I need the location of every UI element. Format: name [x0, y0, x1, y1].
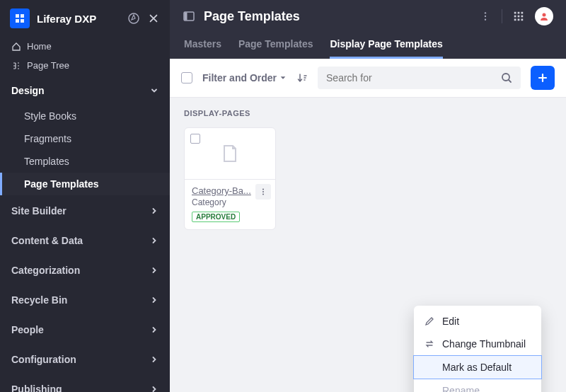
- menu-item-change-thumbnail[interactable]: Change Thumbnail: [414, 333, 541, 355]
- svg-point-3: [485, 12, 486, 13]
- menu-item-label: Rename: [442, 385, 480, 392]
- chevron-down-icon: [150, 86, 158, 95]
- svg-rect-11: [521, 16, 524, 18]
- content-area: DISPLAY-PAGES Category-Ba... Category AP…: [170, 98, 566, 241]
- select-all-checkbox[interactable]: [181, 72, 192, 83]
- sidebar-section-site-builder[interactable]: Site Builder: [0, 195, 170, 225]
- compass-icon[interactable]: [127, 12, 140, 25]
- sidebar-section-publishing[interactable]: Publishing: [0, 374, 170, 392]
- svg-rect-6: [514, 12, 516, 14]
- brand-name: Liferay DXP: [37, 13, 120, 25]
- toolbar: Filter and Order: [170, 59, 566, 98]
- svg-point-18: [262, 191, 264, 192]
- page-title: Page Templates: [204, 9, 470, 24]
- tab-label: Masters: [184, 38, 221, 50]
- menu-item-label: Change Thumbnail: [442, 338, 526, 350]
- svg-rect-14: [521, 19, 524, 21]
- card-thumbnail[interactable]: [185, 128, 275, 179]
- svg-point-19: [262, 193, 264, 195]
- tab-page-templates[interactable]: Page Templates: [238, 33, 313, 59]
- svg-rect-13: [518, 19, 520, 21]
- chevron-right-icon: [150, 207, 158, 215]
- item-label: Page Templates: [24, 178, 99, 190]
- template-card: Category-Ba... Category APPROVED: [184, 127, 276, 230]
- section-label: People: [11, 324, 44, 335]
- kebab-icon: [259, 188, 267, 196]
- chevron-right-icon: [150, 385, 158, 392]
- search-field[interactable]: [318, 67, 521, 89]
- section-label: Content & Data: [11, 235, 83, 246]
- section-label: Design: [11, 85, 45, 96]
- svg-rect-2: [185, 13, 187, 21]
- sidebar-item-style-books[interactable]: Style Books: [0, 105, 170, 127]
- sidebar: Liferay DXP Home Page Tree Design Style …: [0, 0, 170, 392]
- card-checkbox[interactable]: [190, 134, 200, 144]
- sidebar-nav: Home Page Tree Design Style Books Fragme…: [0, 37, 170, 392]
- tab-label: Display Page Templates: [330, 38, 442, 50]
- apps-grid-icon[interactable]: [512, 10, 525, 23]
- section-label: Site Builder: [11, 205, 67, 217]
- search-input[interactable]: [326, 72, 495, 83]
- swap-icon: [424, 338, 435, 350]
- section-label: Recycle Bin: [11, 294, 67, 306]
- sidebar-item-fragments[interactable]: Fragments: [0, 127, 170, 150]
- svg-point-15: [543, 13, 546, 17]
- tab-masters[interactable]: Masters: [184, 33, 221, 59]
- chevron-right-icon: [150, 355, 158, 364]
- menu-item-rename: Rename: [414, 379, 541, 392]
- avatar[interactable]: [535, 7, 553, 25]
- sort-button[interactable]: [296, 72, 308, 83]
- close-icon[interactable]: [147, 12, 160, 25]
- topbar: Page Templates: [170, 0, 566, 30]
- svg-point-5: [485, 19, 486, 21]
- svg-rect-8: [521, 12, 524, 14]
- card-title[interactable]: Category-Ba...: [192, 185, 257, 196]
- svg-point-17: [262, 189, 264, 190]
- tabs: Masters Page Templates Display Page Temp…: [170, 30, 566, 59]
- caret-down-icon: [279, 74, 287, 81]
- chevron-right-icon: [150, 266, 158, 275]
- topbar-actions: [479, 7, 553, 25]
- sidebar-link-label: Page Tree: [27, 60, 69, 71]
- context-menu: Edit Change Thumbnail Mark as Default Re…: [414, 306, 541, 392]
- home-icon: [11, 42, 21, 52]
- sidebar-item-templates[interactable]: Templates: [0, 150, 170, 173]
- menu-item-edit[interactable]: Edit: [414, 310, 541, 333]
- tab-display-page-templates[interactable]: Display Page Templates: [330, 33, 442, 59]
- item-label: Fragments: [24, 133, 71, 144]
- chevron-right-icon: [150, 296, 158, 304]
- item-label: Templates: [24, 156, 69, 167]
- sidebar-item-page-templates[interactable]: Page Templates: [0, 173, 170, 195]
- sidebar-section-configuration[interactable]: Configuration: [0, 344, 170, 374]
- search-icon: [501, 72, 512, 83]
- filter-order-button[interactable]: Filter and Order: [202, 72, 287, 83]
- menu-item-label: Edit: [442, 316, 459, 327]
- card-actions-button[interactable]: [255, 184, 271, 200]
- page-icon: [220, 144, 240, 163]
- main: Page Templates Masters Page Templates Di…: [170, 0, 566, 392]
- menu-item-label: Mark as Default: [442, 362, 512, 373]
- sidebar-section-content-data[interactable]: Content & Data: [0, 225, 170, 255]
- divider: [502, 9, 502, 23]
- status-badge: APPROVED: [192, 212, 240, 222]
- sidebar-section-categorization[interactable]: Categorization: [0, 255, 170, 284]
- blank-icon: [424, 385, 435, 392]
- section-label: Configuration: [11, 354, 76, 365]
- svg-rect-10: [518, 16, 520, 18]
- pencil-icon: [424, 316, 435, 327]
- menu-item-mark-default[interactable]: Mark as Default: [413, 355, 542, 379]
- sidebar-header: Liferay DXP: [0, 0, 170, 37]
- add-button[interactable]: [531, 66, 555, 90]
- sidebar-section-people[interactable]: People: [0, 314, 170, 344]
- chevron-right-icon: [150, 236, 158, 245]
- chevron-right-icon: [150, 325, 158, 334]
- brand-logo[interactable]: [10, 8, 30, 28]
- sidebar-section-design[interactable]: Design: [0, 75, 170, 105]
- svg-rect-7: [518, 12, 520, 14]
- panel-icon[interactable]: [183, 10, 195, 23]
- tab-label: Page Templates: [238, 38, 313, 50]
- sidebar-link-home[interactable]: Home: [0, 37, 170, 56]
- sidebar-link-page-tree[interactable]: Page Tree: [0, 56, 170, 75]
- kebab-icon[interactable]: [479, 10, 492, 23]
- sidebar-section-recycle-bin[interactable]: Recycle Bin: [0, 284, 170, 314]
